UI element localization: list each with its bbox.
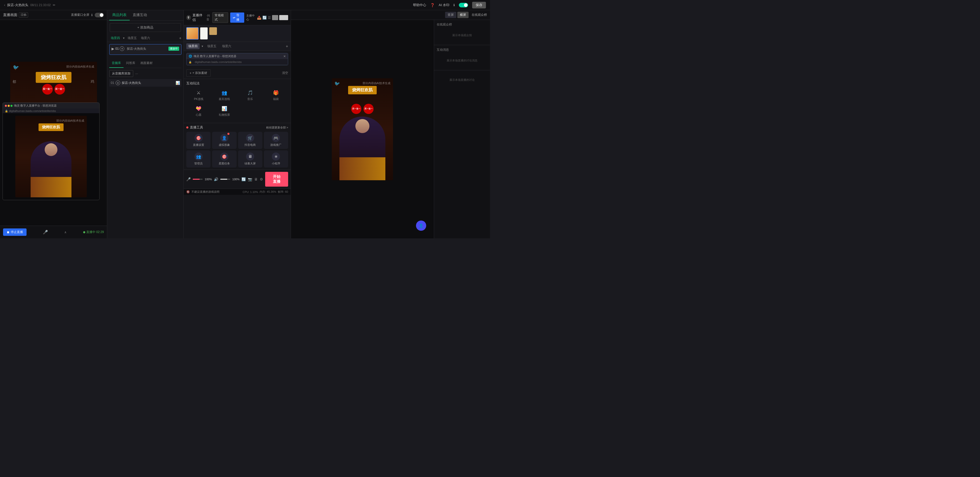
partner-browser-url[interactable]: digitalhuman.baidu.com/artistelite/obs xyxy=(192,60,286,64)
tool-star-task[interactable]: 🎯 星图任务 xyxy=(212,151,236,168)
tool-pk[interactable]: ⚔ PK连线 xyxy=(186,88,211,103)
thumbnail-1[interactable] xyxy=(186,27,199,40)
more-options-icon[interactable]: ··· xyxy=(135,71,138,76)
color-picker[interactable] xyxy=(272,15,278,20)
interaction-msg-title: 互动消息 xyxy=(437,48,487,52)
tab-scene-material[interactable]: 画面素材 xyxy=(138,59,155,68)
pause-button[interactable]: ⏸ xyxy=(120,46,124,51)
edit-icon[interactable]: ✏ xyxy=(53,3,56,7)
tool-wish[interactable]: 💝 心愿 xyxy=(186,103,211,118)
live-tools-header: 直播工具 粉丝团更新全部 > xyxy=(186,123,288,132)
scene-five-tab[interactable]: 场景五 xyxy=(126,35,138,41)
start-live-button[interactable]: 开始直播 xyxy=(265,172,288,187)
right-preview-video: 部分内容由AI技术生成 烧烤狂欢肌 买一送一 买一送一 🐦 xyxy=(332,78,393,180)
ai-watermark-toggle[interactable] xyxy=(459,3,468,7)
live-settings-label: 直播设置 xyxy=(193,143,204,147)
close-dot[interactable] xyxy=(5,105,7,107)
add-material-button[interactable]: + + 添加素材 xyxy=(186,69,210,77)
tool-ecommerce[interactable]: 🛒 抖音电商 xyxy=(238,132,262,149)
settings-partner-icon[interactable]: ⚙ xyxy=(260,177,263,181)
mini-app-label: 小程序 xyxy=(272,162,280,165)
min-dot[interactable] xyxy=(8,105,10,107)
dropdown-icon-scene[interactable]: ▼ xyxy=(123,37,125,40)
portrait-view-button[interactable]: 竖屏 xyxy=(445,12,456,18)
scene-six-tab[interactable]: 场景六 xyxy=(139,35,151,41)
host-center-label[interactable]: 主播中心 xyxy=(246,14,256,21)
tool-green-screen[interactable]: 🖥 绿幕大屏 xyxy=(238,151,262,168)
refresh-partner-icon[interactable]: 🔄 xyxy=(242,177,246,181)
color-swatch[interactable] xyxy=(279,15,288,20)
tab-qa[interactable]: 问答库 xyxy=(124,59,138,68)
mode-selector[interactable]: 常规模式 xyxy=(212,12,228,23)
tool-mini-app[interactable]: ✳ 小程序 xyxy=(264,151,288,168)
partner-scene-four[interactable]: 场景四 xyxy=(186,43,200,49)
resolution-selector[interactable]: 流畅 xyxy=(19,12,28,17)
pk-icon: ⚔ xyxy=(195,89,202,97)
fans-update-label[interactable]: 粉丝团更新全部 > xyxy=(266,126,288,130)
tab-live-interaction[interactable]: 直播互动 xyxy=(130,10,150,21)
audio-lib-section: 从音频库添加 ··· 01 ⏸ 探店-火热街头 📊 xyxy=(107,68,183,89)
mini-app-icon: ✳ xyxy=(272,152,280,161)
expand-icon[interactable]: ∧ xyxy=(64,230,67,234)
save-button[interactable]: 保存 xyxy=(472,2,486,8)
clear-button[interactable]: 清空 xyxy=(282,71,288,75)
ai-watermark-label[interactable]: AI 水印 xyxy=(439,3,449,7)
audio-warning-icon: 🔇 xyxy=(186,190,190,193)
tool-virtual-avatar[interactable]: 👤 虚拟形象 xyxy=(212,132,236,149)
thumbnail-3[interactable] xyxy=(209,27,217,35)
max-dot[interactable] xyxy=(11,105,13,107)
promo-badges-right: 买一送一 买一送一 xyxy=(351,104,374,114)
browser-face xyxy=(45,143,57,156)
landscape-view-button[interactable]: 横屏 xyxy=(457,12,469,18)
tool-live-settings[interactable]: 🎯 直播设置 xyxy=(186,132,210,149)
dropdown-icon-partner[interactable]: ▼ xyxy=(201,45,204,48)
gift-vote-label: 礼物投票 xyxy=(219,113,230,117)
partner-scene-five[interactable]: 场景五 xyxy=(205,43,218,49)
browser-close-icon[interactable]: ✕ xyxy=(283,55,286,58)
breadcrumb-title: 探店-火热街头 xyxy=(7,3,28,7)
partner-add-scene[interactable]: + xyxy=(286,44,288,49)
share-icon[interactable]: 📤 xyxy=(257,16,261,20)
badge-dot xyxy=(186,127,188,128)
stop-icon: ⏹ xyxy=(6,230,10,234)
tool-game-promo[interactable]: 🎮 游戏推广 xyxy=(264,132,288,149)
tool-manager[interactable]: 👥 管理员 xyxy=(186,151,210,168)
promo-1: 买一送一 xyxy=(351,104,361,114)
add-product-button[interactable]: + 添加商品 xyxy=(110,23,181,32)
fullscreen-toggle[interactable] xyxy=(95,13,104,17)
avatar-icon[interactable]: 👤 xyxy=(416,220,426,231)
add-scene-button[interactable]: + xyxy=(179,36,181,41)
tool-gift-vote[interactable]: 📊 礼物投票 xyxy=(212,103,237,118)
gift-vote-icon: 📊 xyxy=(221,105,228,112)
music-label: 音乐 xyxy=(247,97,253,101)
speaker-partner-icon[interactable]: 🔊 xyxy=(214,177,218,181)
partner-scene-six[interactable]: 场景六 xyxy=(220,43,233,49)
tool-music[interactable]: 🎵 音乐 xyxy=(238,88,262,103)
browser-inner-video: 部分内容由AI技术生成 烧烤狂欢肌 xyxy=(15,116,87,197)
tool-lucky-bag[interactable]: 🎁 福袋 xyxy=(263,88,288,103)
tab-audio-lib[interactable]: 音频库 xyxy=(109,59,124,68)
mic-volume-slider[interactable] xyxy=(192,179,203,180)
back-icon[interactable]: ‹ xyxy=(4,3,5,7)
browser-popup-header: 嗨灵·数字人直播平台 - 联想浏览器 xyxy=(3,103,99,109)
comment-placeholder: 展示本场直播的讨论 xyxy=(437,73,487,87)
partner-logo-icon: 🎙 xyxy=(187,16,190,19)
fullscreen-label[interactable]: 直播窗口全屏 xyxy=(71,13,89,17)
mic-partner-icon[interactable]: 🎤 xyxy=(186,177,191,181)
thumbnail-2[interactable] xyxy=(200,27,208,40)
screen-record-icon[interactable]: 🖥 xyxy=(254,177,258,181)
menu-icon[interactable]: ☰ xyxy=(268,16,271,20)
refresh-icon[interactable]: 🔄 xyxy=(262,16,267,20)
tab-product-list[interactable]: 商品列表 xyxy=(109,10,130,21)
browser-popup[interactable]: 嗨灵·数字人直播平台 - 联想浏览器 🔒 digitalhuman.baidu.… xyxy=(3,103,100,200)
play-icon[interactable]: ▶ xyxy=(111,47,115,51)
stop-live-button[interactable]: ⏹ 停止直播 xyxy=(3,228,27,236)
tool-guest[interactable]: 👥 嘉宾连线 xyxy=(212,88,237,103)
scene-four-tab[interactable]: 场景四 xyxy=(109,35,121,41)
add-from-lib-button[interactable]: 从音频库添加 xyxy=(109,70,133,77)
guide-button[interactable]: ⇌ 导播 xyxy=(230,13,244,23)
camera-icon[interactable]: 📷 xyxy=(248,177,252,181)
help-center-link[interactable]: 帮助中心 xyxy=(413,3,426,7)
audio-pause-button[interactable]: ⏸ xyxy=(116,81,120,85)
speaker-volume-slider[interactable] xyxy=(220,179,230,180)
